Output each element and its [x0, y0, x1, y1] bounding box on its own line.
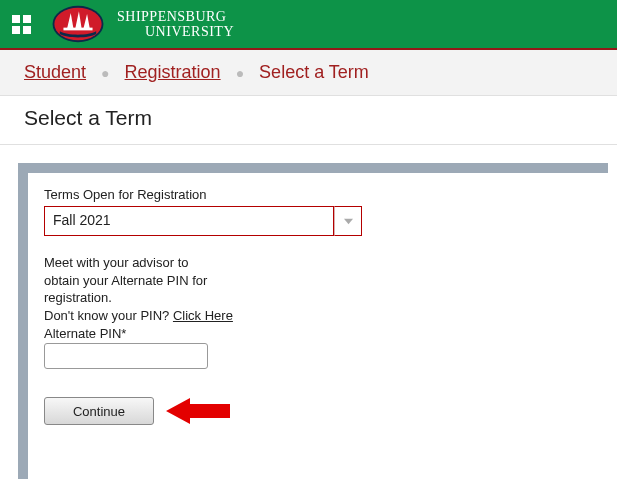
alternate-pin-input[interactable]: [44, 343, 208, 369]
logo[interactable]: SHIPPENSBURG UNIVERSITY: [49, 4, 234, 44]
breadcrumb-student[interactable]: Student: [24, 62, 86, 82]
advisor-instructions: Meet with your advisor to obtain your Al…: [44, 254, 244, 324]
breadcrumb-separator: ●: [236, 65, 244, 81]
form-panel: Terms Open for Registration Fall 2021 Me…: [28, 173, 608, 479]
continue-button[interactable]: Continue: [44, 397, 154, 425]
ship-logo-icon: [49, 4, 107, 44]
page-title: Select a Term: [0, 96, 617, 145]
breadcrumb-separator: ●: [101, 65, 109, 81]
pointer-arrow-icon: [166, 398, 230, 424]
click-here-link[interactable]: Click Here: [173, 308, 233, 323]
breadcrumb: Student ● Registration ● Select a Term: [0, 50, 617, 96]
breadcrumb-current: Select a Term: [259, 62, 369, 82]
term-select-value[interactable]: Fall 2021: [44, 206, 334, 236]
chevron-down-icon[interactable]: [334, 206, 362, 236]
apps-icon[interactable]: [12, 15, 31, 34]
svg-rect-2: [63, 28, 92, 31]
breadcrumb-registration[interactable]: Registration: [125, 62, 221, 82]
content-frame: Terms Open for Registration Fall 2021 Me…: [18, 163, 608, 479]
university-name: SHIPPENSBURG UNIVERSITY: [117, 9, 234, 40]
app-header: SHIPPENSBURG UNIVERSITY: [0, 0, 617, 50]
pin-label: Alternate PIN*: [44, 326, 592, 341]
terms-label: Terms Open for Registration: [44, 187, 592, 202]
term-select[interactable]: Fall 2021: [44, 206, 592, 236]
